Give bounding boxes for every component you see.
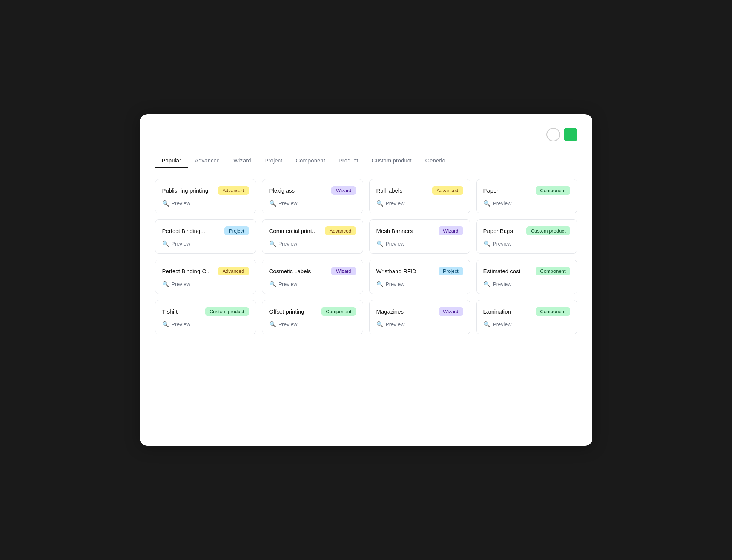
preview-link-14[interactable]: 🔍Preview xyxy=(376,321,463,328)
preview-link-11[interactable]: 🔍Preview xyxy=(483,281,570,288)
card-name-11: Estimated cost xyxy=(483,268,533,274)
preview-link-12[interactable]: 🔍Preview xyxy=(162,321,249,328)
card-4: Perfect Binding...Project🔍Preview xyxy=(155,219,256,254)
preview-link-3[interactable]: 🔍Preview xyxy=(483,200,570,207)
card-name-15: Lamination xyxy=(483,308,533,315)
preview-label-12: Preview xyxy=(172,321,190,327)
preview-label-5: Preview xyxy=(279,241,298,247)
card-badge-8: Advanced xyxy=(218,267,249,275)
card-top-10: Wristband RFIDProject xyxy=(376,267,463,275)
card-top-13: Offset printingComponent xyxy=(269,307,356,316)
tab-popular[interactable]: Popular xyxy=(155,153,188,168)
preview-label-4: Preview xyxy=(172,241,190,247)
card-badge-12: Custom product xyxy=(205,307,249,316)
card-10: Wristband RFIDProject🔍Preview xyxy=(369,260,470,294)
preview-label-10: Preview xyxy=(386,281,405,287)
preview-link-9[interactable]: 🔍Preview xyxy=(269,281,356,288)
tab-generic[interactable]: Generic xyxy=(418,153,452,168)
search-icon-4: 🔍 xyxy=(162,240,169,247)
card-name-4: Perfect Binding... xyxy=(162,228,222,234)
search-icon-14: 🔍 xyxy=(376,321,384,328)
card-top-12: T-shirtCustom product xyxy=(162,307,249,316)
card-name-14: Magazines xyxy=(376,308,436,315)
card-2: Roll labelsAdvanced🔍Preview xyxy=(369,179,470,213)
card-top-6: Mesh BannersWizard xyxy=(376,226,463,235)
search-icon-15: 🔍 xyxy=(483,321,491,328)
search-icon-3: 🔍 xyxy=(483,200,491,207)
search-icon-11: 🔍 xyxy=(483,281,491,288)
preview-link-10[interactable]: 🔍Preview xyxy=(376,281,463,288)
card-badge-4: Project xyxy=(224,226,249,235)
preview-label-9: Preview xyxy=(279,281,298,287)
card-name-6: Mesh Banners xyxy=(376,228,436,234)
card-top-11: Estimated costComponent xyxy=(483,267,570,275)
card-12: T-shirtCustom product🔍Preview xyxy=(155,300,256,334)
tabs-bar: PopularAdvancedWizardProjectComponentPro… xyxy=(155,153,577,168)
preview-link-15[interactable]: 🔍Preview xyxy=(483,321,570,328)
preview-link-13[interactable]: 🔍Preview xyxy=(269,321,356,328)
card-name-8: Perfect Binding O.. xyxy=(162,268,215,274)
preview-link-6[interactable]: 🔍Preview xyxy=(376,240,463,247)
preview-link-4[interactable]: 🔍Preview xyxy=(162,240,249,247)
search-icon-10: 🔍 xyxy=(376,281,384,288)
preview-label-11: Preview xyxy=(493,281,512,287)
tab-product[interactable]: Product xyxy=(332,153,365,168)
card-badge-14: Wizard xyxy=(439,307,463,316)
preview-link-7[interactable]: 🔍Preview xyxy=(483,240,570,247)
card-11: Estimated costComponent🔍Preview xyxy=(476,260,577,294)
help-button[interactable] xyxy=(546,128,560,141)
tab-project[interactable]: Project xyxy=(258,153,289,168)
preview-link-1[interactable]: 🔍Preview xyxy=(269,200,356,207)
cards-grid: Publishing printingAdvanced🔍PreviewPlexi… xyxy=(155,179,577,334)
card-top-14: MagazinesWizard xyxy=(376,307,463,316)
card-name-2: Roll labels xyxy=(376,187,429,194)
card-name-10: Wristband RFID xyxy=(376,268,436,274)
card-badge-3: Component xyxy=(536,186,570,195)
add-button[interactable] xyxy=(564,128,577,141)
card-name-1: Plexiglass xyxy=(269,187,329,194)
preview-link-5[interactable]: 🔍Preview xyxy=(269,240,356,247)
card-badge-9: Wizard xyxy=(331,267,356,275)
preview-label-2: Preview xyxy=(386,200,405,207)
preview-label-13: Preview xyxy=(279,321,298,327)
preview-label-6: Preview xyxy=(386,241,405,247)
preview-label-14: Preview xyxy=(386,321,405,327)
card-top-2: Roll labelsAdvanced xyxy=(376,186,463,195)
card-name-9: Cosmetic Labels xyxy=(269,268,329,274)
preview-link-0[interactable]: 🔍Preview xyxy=(162,200,249,207)
preview-link-8[interactable]: 🔍Preview xyxy=(162,281,249,288)
card-badge-1: Wizard xyxy=(331,186,356,195)
card-name-0: Publishing printing xyxy=(162,187,215,194)
preview-label-7: Preview xyxy=(493,241,512,247)
card-7: Paper BagsCustom product🔍Preview xyxy=(476,219,577,254)
card-9: Cosmetic LabelsWizard🔍Preview xyxy=(262,260,363,294)
search-icon-8: 🔍 xyxy=(162,281,169,288)
search-icon-1: 🔍 xyxy=(269,200,276,207)
header xyxy=(155,128,577,141)
card-5: Commercial print..Advanced🔍Preview xyxy=(262,219,363,254)
search-icon-9: 🔍 xyxy=(269,281,276,288)
card-3: PaperComponent🔍Preview xyxy=(476,179,577,213)
header-actions xyxy=(546,128,577,141)
search-icon-5: 🔍 xyxy=(269,240,276,247)
card-13: Offset printingComponent🔍Preview xyxy=(262,300,363,334)
tab-component[interactable]: Component xyxy=(289,153,332,168)
card-top-5: Commercial print..Advanced xyxy=(269,226,356,235)
card-top-15: LaminationComponent xyxy=(483,307,570,316)
preview-link-2[interactable]: 🔍Preview xyxy=(376,200,463,207)
search-icon-12: 🔍 xyxy=(162,321,169,328)
card-name-3: Paper xyxy=(483,187,533,194)
card-top-7: Paper BagsCustom product xyxy=(483,226,570,235)
tab-wizard[interactable]: Wizard xyxy=(227,153,258,168)
search-icon-13: 🔍 xyxy=(269,321,276,328)
card-8: Perfect Binding O..Advanced🔍Preview xyxy=(155,260,256,294)
card-badge-0: Advanced xyxy=(218,186,249,195)
search-icon-0: 🔍 xyxy=(162,200,169,207)
preview-label-8: Preview xyxy=(172,281,190,287)
search-icon-2: 🔍 xyxy=(376,200,384,207)
card-name-5: Commercial print.. xyxy=(269,228,322,234)
tab-advanced[interactable]: Advanced xyxy=(188,153,227,168)
tab-custom-product[interactable]: Custom product xyxy=(365,153,419,168)
main-window: PopularAdvancedWizardProjectComponentPro… xyxy=(140,114,592,446)
card-name-12: T-shirt xyxy=(162,308,202,315)
